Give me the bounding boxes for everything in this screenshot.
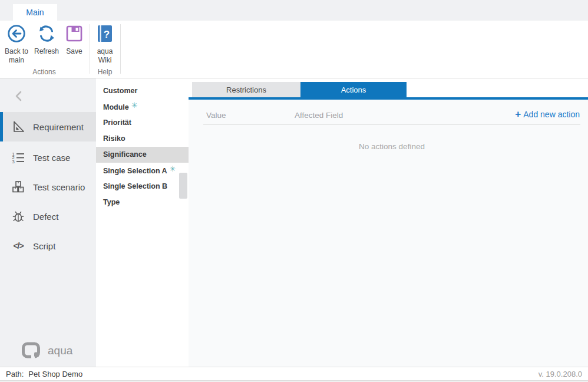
table-header-separator — [203, 124, 580, 125]
wiki-question-glyph: ? — [104, 29, 110, 40]
field-label: Risiko — [103, 134, 125, 143]
sidebar-item-requirement[interactable]: Requirement — [0, 112, 96, 141]
requirement-icon — [11, 119, 26, 134]
ribbon-group-label-actions: Actions — [1, 68, 87, 76]
field-item-module[interactable]: Module✳ — [96, 99, 189, 115]
empty-actions-message: No actions defined — [203, 142, 580, 151]
refresh-button[interactable]: Refresh — [32, 24, 61, 56]
sidebar-item-label: Defect — [33, 212, 58, 222]
sidebar: Requirement 1 2 3 Test case — [0, 78, 96, 367]
back-to-main-label-line1: Back to — [5, 47, 28, 56]
path-label: Path: — [6, 370, 24, 378]
selected-accent-bar — [0, 112, 3, 141]
aqua-logo-icon — [21, 342, 42, 360]
field-item-significance[interactable]: Significance — [96, 147, 189, 163]
tab-actions[interactable]: Actions — [300, 82, 407, 97]
defect-bug-icon — [11, 209, 26, 224]
field-list: Customer Module✳ Priorität Risiko Signif… — [96, 78, 189, 367]
field-label: Module — [103, 103, 129, 111]
sidebar-item-defect[interactable]: Defect — [0, 202, 96, 231]
plus-icon: + — [515, 110, 521, 118]
column-header-value: Value — [206, 111, 226, 120]
aqua-logo-text: aqua — [48, 344, 72, 357]
column-header-affected-field: Affected Field — [295, 111, 343, 120]
script-code-icon: </> — [11, 238, 26, 253]
app-window: Main Back to main — [0, 0, 588, 382]
field-label: Type — [103, 198, 120, 206]
tab-restrictions[interactable]: Restrictions — [192, 82, 300, 97]
aqua-wiki-label-line2: Wiki — [98, 56, 112, 65]
field-label: Single Selection B — [103, 182, 167, 190]
field-item-customer[interactable]: Customer — [96, 83, 189, 99]
version-label: v. 19.0.208.0 — [539, 370, 582, 378]
refresh-icon — [37, 24, 57, 47]
aqua-wiki-button[interactable]: ? aqua Wiki — [91, 24, 119, 65]
back-arrow-icon — [6, 24, 27, 47]
back-to-main-button[interactable]: Back to main — [1, 24, 32, 65]
field-list-scrollbar-thumb[interactable] — [179, 173, 187, 199]
save-label: Save — [66, 47, 82, 56]
actions-tab-content: Value Affected Field + Add new action No… — [189, 100, 588, 367]
test-case-icon: 1 2 3 — [11, 150, 26, 165]
ribbon-tab-strip: Main — [0, 0, 588, 21]
field-label: Significance — [103, 150, 147, 159]
required-asterisk-icon: ✳ — [131, 101, 138, 110]
status-bar: Path: Pet Shop Demo v. 19.0.208.0 — [0, 367, 588, 381]
path-value: Pet Shop Demo — [28, 370, 82, 378]
back-to-main-label-line2: main — [9, 56, 24, 65]
ribbon-group-label-help: Help — [91, 68, 119, 76]
refresh-label: Refresh — [34, 47, 59, 56]
sidebar-item-label: Script — [33, 241, 55, 251]
sidebar-item-script[interactable]: </> Script — [0, 231, 96, 261]
field-label: Customer — [103, 87, 137, 95]
test-scenario-icon — [11, 179, 26, 195]
save-button[interactable]: Save — [61, 24, 87, 56]
aqua-logo: aqua — [21, 342, 72, 360]
wiki-book-icon: ? — [95, 24, 114, 47]
sidebar-item-test-scenario[interactable]: Test scenario — [0, 172, 96, 202]
sidebar-collapse-chevron-icon[interactable] — [14, 90, 24, 101]
add-new-action-button[interactable]: + Add new action — [515, 110, 580, 119]
field-item-prioritaet[interactable]: Priorität — [96, 115, 189, 131]
save-floppy-icon — [64, 24, 84, 47]
sidebar-item-label: Requirement — [33, 122, 84, 132]
add-new-action-label: Add new action — [523, 110, 580, 119]
field-item-type[interactable]: Type — [96, 195, 189, 210]
field-label: Single Selection A — [103, 167, 167, 175]
sidebar-item-label: Test scenario — [33, 182, 85, 192]
ribbon-tab-main[interactable]: Main — [13, 4, 57, 21]
ribbon-group-separator — [90, 24, 90, 74]
field-item-risiko[interactable]: Risiko — [96, 131, 189, 147]
path-breadcrumb: Path: Pet Shop Demo — [6, 370, 82, 378]
field-item-single-selection-a[interactable]: Single Selection A✳ — [96, 163, 189, 179]
aqua-wiki-label-line1: aqua — [97, 47, 113, 56]
required-asterisk-icon: ✳ — [170, 164, 176, 173]
sidebar-item-test-case[interactable]: 1 2 3 Test case — [0, 143, 96, 172]
main-panel: Restrictions Actions Value Affected Fiel… — [189, 78, 588, 367]
field-item-single-selection-b[interactable]: Single Selection B — [96, 179, 189, 195]
svg-text:3: 3 — [12, 159, 15, 164]
ribbon: Back to main Refresh — [0, 21, 588, 78]
sidebar-item-label: Test case — [33, 153, 70, 163]
ribbon-group-separator — [120, 24, 121, 74]
field-label: Priorität — [103, 118, 131, 127]
